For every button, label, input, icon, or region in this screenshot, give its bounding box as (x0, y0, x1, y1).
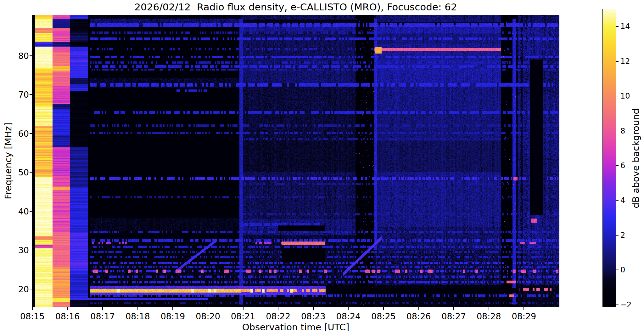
x-tick-label: 08:19 (160, 311, 185, 321)
x-axis-tick (348, 307, 349, 310)
y-tick-label: 80 (0, 51, 29, 60)
x-axis-tick (208, 307, 208, 310)
colorbar-tick-label: 0 (620, 265, 625, 274)
y-axis-tick (30, 55, 32, 56)
chart-title: 2026/02/12 Radio flux density, e-CALLIST… (134, 1, 457, 13)
y-axis-tick (30, 172, 32, 173)
x-axis-tick (524, 307, 524, 310)
x-tick-label: 08:17 (90, 311, 115, 321)
x-axis-tick (32, 307, 33, 310)
colorbar-tick-label: 2 (620, 231, 625, 240)
figure: 2026/02/12 Radio flux density, e-CALLIST… (0, 0, 644, 336)
x-axis-label: Observation time [UTC] (242, 322, 350, 333)
x-tick-label: 08:24 (336, 311, 361, 321)
y-axis-tick (30, 94, 32, 95)
colorbar-tick (616, 26, 619, 27)
x-axis-tick (137, 307, 138, 310)
x-axis-tick (243, 307, 244, 310)
colorbar-tick-label: 14 (620, 22, 630, 31)
y-axis-tick (30, 289, 32, 289)
y-tick-label: 30 (0, 245, 29, 255)
x-tick-label: 08:26 (406, 311, 431, 321)
y-axis-label: Frequency [MHz] (3, 122, 14, 199)
x-axis-tick (383, 307, 384, 310)
y-axis-tick (30, 133, 32, 134)
x-axis-tick (418, 307, 419, 310)
x-tick-label: 08:22 (266, 311, 290, 321)
x-tick-label: 08:21 (231, 311, 255, 321)
x-tick-label: 08:27 (441, 311, 466, 321)
colorbar-tick (616, 270, 619, 270)
x-tick-label: 08:16 (55, 311, 80, 321)
x-axis-tick (453, 307, 454, 310)
y-axis-tick (30, 250, 32, 250)
spectrogram-canvas (32, 15, 559, 307)
x-tick-label: 08:20 (196, 311, 220, 321)
colorbar-tick (616, 235, 619, 236)
colorbar-tick-label: 4 (620, 196, 625, 205)
colorbar-gradient (603, 9, 616, 307)
colorbar-tick (616, 165, 619, 166)
colorbar-tick (616, 200, 619, 201)
x-tick-label: 08:15 (20, 311, 45, 321)
y-tick-label: 40 (0, 206, 29, 216)
colorbar-tick-label: 6 (620, 161, 625, 170)
colorbar (602, 9, 616, 307)
colorbar-label: dB above background (630, 108, 641, 208)
colorbar-tick-label: 10 (620, 92, 630, 100)
x-axis-tick (313, 307, 314, 310)
colorbar-tick-label: −2 (620, 300, 631, 309)
x-tick-label: 08:18 (126, 311, 150, 321)
colorbar-tick (616, 96, 619, 96)
x-tick-label: 08:25 (371, 311, 396, 321)
x-axis-tick (489, 307, 489, 310)
y-axis-tick (30, 211, 32, 212)
y-tick-label: 70 (0, 90, 29, 100)
colorbar-tick (616, 305, 619, 305)
colorbar-tick-label: 8 (620, 127, 625, 135)
y-tick-label: 20 (0, 284, 29, 294)
x-tick-label: 08:23 (301, 311, 326, 321)
colorbar-tick (616, 131, 619, 131)
colorbar-tick (616, 61, 619, 62)
x-axis-tick (172, 307, 173, 310)
x-axis-tick (278, 307, 278, 310)
x-axis-tick (102, 307, 103, 310)
x-axis-tick (67, 307, 68, 310)
colorbar-tick-label: 12 (620, 57, 630, 66)
x-tick-label: 08:28 (477, 311, 501, 321)
spectrogram-plot (32, 15, 559, 307)
x-tick-label: 08:29 (512, 311, 536, 321)
